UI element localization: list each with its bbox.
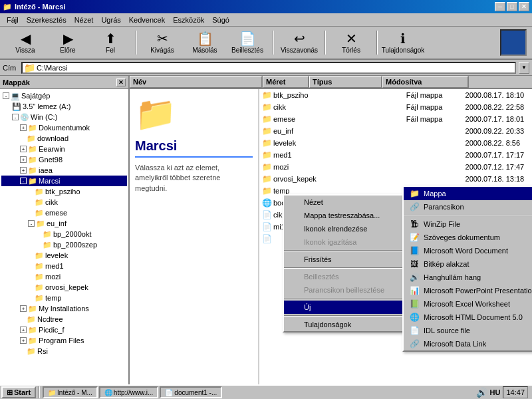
expand-iaea[interactable]: +: [20, 167, 27, 174]
icon-btk-psziho: 📁: [35, 188, 44, 196]
paste-icon: 📄: [239, 32, 256, 45]
submenu-item-parancsikon[interactable]: 🔗 Parancsikon: [404, 200, 532, 213]
maximize-button[interactable]: □: [507, 2, 517, 11]
tree-item-dokumentumok[interactable]: + 📁 Dokumentumok: [1, 122, 127, 133]
tree-item-levelek[interactable]: 📁 levelek: [1, 250, 127, 261]
tree-item-download[interactable]: 📁 download: [1, 133, 127, 144]
submenu-item-excel[interactable]: 📗 Microsoft Excel Worksheet: [404, 297, 532, 311]
tree-item-btk-psziho[interactable]: 📁 btk_psziho: [1, 186, 127, 197]
submenu-item-winzip[interactable]: 🗜 WinZip File: [404, 217, 532, 231]
tree-item-med1[interactable]: 📁 med1: [1, 261, 127, 271]
undo-button[interactable]: ↩ Visszavonás: [279, 29, 319, 57]
expand-gnet98[interactable]: +: [20, 156, 27, 163]
submenu-label-powerpoint: Microsoft PowerPoint Presentation: [424, 287, 532, 295]
menu-go[interactable]: Ugrás: [97, 15, 124, 25]
menu-edit[interactable]: Szerkesztés: [23, 15, 70, 25]
menu-tools[interactable]: Eszközök: [169, 15, 208, 25]
expand-my-installations[interactable]: +: [20, 305, 27, 312]
tree-item-picdic-f[interactable]: + 📁 Picdic_f: [1, 325, 127, 335]
icon-emese: 📁: [35, 209, 44, 217]
tree-item-iaea[interactable]: + 📁 iaea: [1, 165, 127, 176]
expand-dokumentumok[interactable]: +: [20, 124, 27, 131]
back-button[interactable]: ◀ Vissza: [5, 29, 45, 57]
tree-item-marcsi[interactable]: - 📁 Marcsi: [1, 176, 127, 186]
expand-sajatgep[interactable]: -: [3, 92, 9, 99]
tree-item-temp[interactable]: 📁 temp: [1, 293, 127, 303]
taskbar-label-word: document1 -...: [174, 389, 217, 396]
label-marcsi: Marcsi: [39, 177, 60, 185]
submenu-item-szoveges[interactable]: 📝 Szöveges dokumentum: [404, 231, 532, 244]
expand-eu-inf[interactable]: -: [28, 220, 35, 227]
expand-picdic-f[interactable]: +: [20, 327, 27, 333]
tree-area[interactable]: - 💻 Sajátgép 💾 3.5" lemez (A:) - 💿 Win (…: [0, 89, 128, 384]
expand-marcsi[interactable]: -: [20, 178, 27, 184]
submenu-item-bitmap[interactable]: 🖼 Bitkép alakzat: [404, 257, 532, 271]
icon-eu-inf: 📁: [36, 219, 45, 228]
tree-item-orvosi-kepek[interactable]: 📁 orvosi_kepek: [1, 282, 127, 293]
tree-item-sajatgep[interactable]: - 💻 Sajátgép: [1, 90, 127, 101]
expand-win-c[interactable]: -: [12, 114, 19, 120]
submenu-label-datalink: Microsoft Data Link: [424, 340, 486, 348]
tree-item-program-files[interactable]: + 📁 Program Files: [1, 335, 127, 346]
back-label: Vissza: [15, 47, 35, 54]
forward-button[interactable]: ▶ Előre: [48, 29, 88, 57]
submenu-item-html[interactable]: 🌐 Microsoft HTML Document 5.0: [404, 311, 532, 324]
icon-mozi: 📁: [35, 273, 44, 281]
toolbar-separator-2: [273, 31, 274, 55]
submenu-item-powerpoint[interactable]: 📊 Microsoft PowerPoint Presentation: [404, 284, 532, 297]
menu-help[interactable]: Súgó: [208, 15, 233, 25]
icon-med1: 📁: [35, 262, 44, 271]
tree-item-floppy[interactable]: 💾 3.5" lemez (A:): [1, 101, 127, 112]
address-label: Cím: [3, 64, 19, 72]
delete-button[interactable]: ✕ Törlés: [331, 29, 371, 57]
start-button[interactable]: ⊞ Start: [1, 386, 36, 398]
tree-item-emese[interactable]: 📁 emese: [1, 207, 127, 218]
ctx-label-parancsikon-beillesztese: Parancsikon beillesztése: [304, 286, 384, 294]
submenu-item-hanghullam[interactable]: 🔊 Hanghullám hang: [404, 271, 532, 284]
submenu-item-idl[interactable]: 📄 IDL source file: [404, 324, 532, 337]
submenu-item-datalink[interactable]: 🔗 Microsoft Data Link: [404, 337, 532, 350]
address-input-area[interactable]: 📁 C:\Marcsi: [21, 62, 516, 74]
minimize-button[interactable]: ─: [495, 2, 505, 11]
menu-favorites[interactable]: Kedvencek: [125, 15, 169, 25]
expand-program-files[interactable]: +: [20, 337, 27, 344]
taskbar-btn-exploer[interactable]: 📁 Intéző - M...: [43, 386, 98, 398]
menu-bar: Fájl Szerkesztés Nézet Ugrás Kedvencek E…: [0, 13, 532, 27]
submenu-item-word[interactable]: 📘 Microsoft Word Document: [404, 244, 532, 257]
expand-eearwin[interactable]: +: [20, 146, 27, 152]
panel-close-button[interactable]: ✕: [116, 78, 126, 86]
close-button[interactable]: ✕: [519, 2, 529, 11]
tree-item-win-c[interactable]: - 💿 Win (C:): [1, 112, 127, 122]
menu-view[interactable]: Nézet: [70, 15, 98, 25]
icon-picdic-f: 📁: [28, 326, 37, 334]
tree-item-bp-2000okt[interactable]: 📁 bp_2000okt: [1, 229, 127, 239]
ctx-label-frissites: Frissítés: [304, 255, 332, 263]
tree-item-gnet98[interactable]: + 📁 Gnet98: [1, 154, 127, 165]
menu-file[interactable]: Fájl: [3, 15, 23, 25]
tree-item-ncdtree[interactable]: 📁 Ncdtree: [1, 314, 127, 325]
tree-item-eu-inf[interactable]: - 📁 eu_inf: [1, 218, 127, 229]
submenu-item-mappa[interactable]: 📁 Mappa: [404, 187, 532, 200]
label-temp: temp: [45, 294, 61, 302]
windows-logo: [500, 29, 527, 56]
taskbar-btn-ie[interactable]: 🌐 http://www.i...: [99, 386, 158, 398]
label-picdic-f: Picdic_f: [39, 326, 65, 334]
label-bp-2000szep: bp_2000szep: [53, 241, 97, 249]
tree-item-eearwin[interactable]: + 📁 Eearwin: [1, 144, 127, 154]
tree-item-my-installations[interactable]: + 📁 My Installations: [1, 303, 127, 314]
up-button[interactable]: ⬆ Fel: [90, 29, 130, 57]
tree-item-bp-2000szep[interactable]: 📁 bp_2000szep: [1, 239, 127, 250]
icon-dokumentumok: 📁: [28, 124, 37, 132]
cut-button[interactable]: ✂ Kivágás: [142, 29, 182, 57]
paste-button[interactable]: 📄 Beillesztés: [227, 29, 267, 57]
copy-button[interactable]: 📋 Másolás: [185, 29, 225, 57]
properties-button[interactable]: ℹ Tulajdonságok: [383, 29, 423, 57]
window: 📁 Intéző - Marcsi ─ □ ✕ Fájl Szerkesztés…: [0, 0, 532, 399]
tree-item-cikk[interactable]: 📁 cikk: [1, 197, 127, 207]
address-dropdown-button[interactable]: ▼: [519, 62, 529, 74]
icon-marcsi: 📁: [28, 177, 37, 186]
taskbar-btn-word[interactable]: 📄 document1 -...: [160, 386, 222, 398]
tree-item-mozi[interactable]: 📁 mozi: [1, 271, 127, 282]
tree-item-rsi[interactable]: 📁 Rsi: [1, 346, 127, 356]
toolbar-separator-3: [325, 31, 326, 55]
